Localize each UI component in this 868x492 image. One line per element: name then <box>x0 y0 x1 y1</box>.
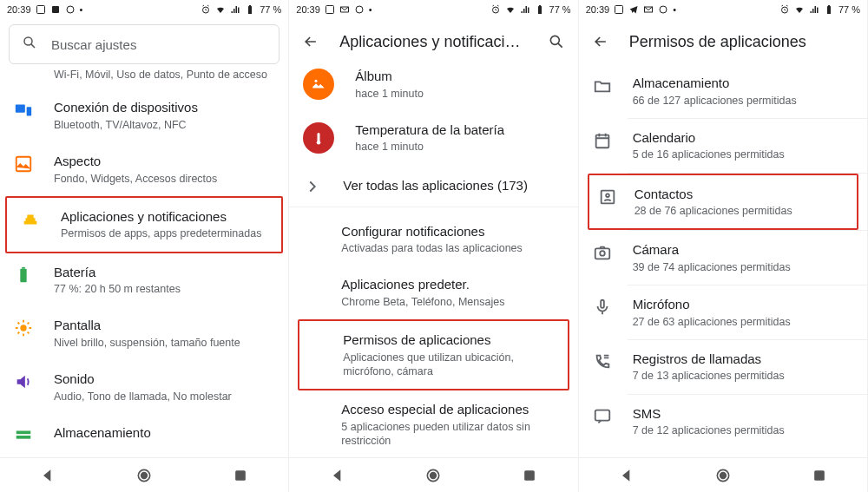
signal-icon <box>230 4 240 15</box>
signal-icon <box>809 4 819 15</box>
nav-recents[interactable] <box>520 466 539 485</box>
page-title: Permisos de aplicaciones <box>629 33 855 51</box>
perm-contactos[interactable]: Contactos 28 de 76 aplicaciones permitid… <box>589 175 857 229</box>
setting-aplicaciones-notificaciones[interactable]: Aplicaciones y notificaciones Permisos d… <box>7 198 281 252</box>
see-all-apps[interactable]: Ver todas las aplicaciones (173) <box>289 165 577 207</box>
perm-calendario[interactable]: Calendario 5 de 16 aplicaciones permitid… <box>579 119 867 173</box>
svg-line-25 <box>558 43 562 48</box>
perm-sms[interactable]: SMS 7 de 12 aplicaciones permitidas <box>579 395 867 449</box>
svg-point-30 <box>431 472 437 478</box>
setting-title: Conexión de dispositivos <box>54 99 274 116</box>
svg-point-2 <box>67 6 74 13</box>
search-icon <box>22 35 37 54</box>
back-button[interactable] <box>301 32 320 51</box>
nav-home[interactable] <box>135 466 154 485</box>
svg-rect-43 <box>601 300 604 308</box>
battery-icon <box>824 4 834 15</box>
nav-home[interactable] <box>424 466 443 485</box>
svg-rect-10 <box>16 157 31 172</box>
perm-sub: 7 de 12 aplicaciones permitidas <box>633 423 853 437</box>
perm-sub: 28 de 76 aplicaciones permitidas <box>635 204 843 218</box>
setting-sub: Bluetooth, TV/Altavoz, NFC <box>54 118 274 132</box>
svg-rect-19 <box>326 6 333 14</box>
row-title: Aplicaciones predeter. <box>341 276 563 293</box>
perm-registros-llamadas[interactable]: Registros de llamadas 7 de 13 aplicacion… <box>579 340 867 394</box>
perm-sub: 27 de 63 aplicaciones permitidas <box>633 315 853 329</box>
screen-settings: 20:39 • 77 % Buscar ajustes Wi-Fi, Móvil… <box>0 0 289 492</box>
svg-line-7 <box>31 44 35 48</box>
signal-icon <box>520 4 530 15</box>
nav-recents[interactable] <box>231 466 250 485</box>
alarm-icon <box>779 4 790 15</box>
search-button[interactable] <box>547 32 566 51</box>
setting-sonido[interactable]: Sonido Audio, Tono de llamada, No molest… <box>0 360 288 414</box>
row-acceso-especial[interactable]: Acceso especial de aplicaciones 5 aplica… <box>289 390 577 457</box>
svg-rect-38 <box>595 134 608 148</box>
row-aplicaciones-predeter[interactable]: Aplicaciones predeter. Chrome Beta, Telé… <box>289 266 577 319</box>
prev-item-subtitle: Wi-Fi, Móvil, Uso de datos, Punto de acc… <box>0 68 288 89</box>
battery-text: 77 % <box>838 4 860 15</box>
row-sub: 5 aplicaciones pueden utilizar datos sin… <box>341 420 563 449</box>
more-notif-dot: • <box>80 4 83 15</box>
setting-title: Aspecto <box>54 153 274 170</box>
setting-sub: 77 %: 20 h 50 m restantes <box>54 282 274 296</box>
nav-bar <box>289 457 577 492</box>
row-sub: Aplicaciones que utilizan ubicación, mic… <box>343 351 553 379</box>
setting-sub: Permisos de apps, apps predeterminadas <box>61 226 267 240</box>
battery-text: 77 % <box>549 4 571 15</box>
svg-rect-8 <box>16 105 25 113</box>
wifi-icon <box>794 4 805 15</box>
nav-back[interactable] <box>617 466 636 485</box>
back-button[interactable] <box>591 32 610 51</box>
settings-list: Wi-Fi, Móvil, Uso de datos, Punto de acc… <box>0 68 288 457</box>
svg-rect-31 <box>524 470 535 481</box>
row-configurar-notificaciones[interactable]: Configurar notificaciones Activadas para… <box>289 213 577 266</box>
setting-title: Sonido <box>54 371 274 388</box>
perm-microfono[interactable]: Micrófono 27 de 63 aplicaciones permitid… <box>579 285 867 339</box>
perm-camara[interactable]: Cámara 39 de 74 aplicaciones permitidas <box>579 231 867 285</box>
perm-title: Almacenamiento <box>633 75 853 92</box>
search-settings[interactable]: Buscar ajustes <box>9 24 279 64</box>
setting-almacenamiento[interactable]: Almacenamiento <box>0 414 288 445</box>
nav-back[interactable] <box>38 466 57 485</box>
storage-icon <box>14 426 33 445</box>
setting-bateria[interactable]: Batería 77 %: 20 h 50 m restantes <box>0 253 288 307</box>
circle-icon <box>65 4 76 15</box>
svg-point-6 <box>24 37 32 45</box>
perm-title: SMS <box>633 405 853 423</box>
svg-point-17 <box>141 472 148 478</box>
app-name: Temperatura de la batería <box>355 121 563 139</box>
svg-rect-0 <box>36 6 44 14</box>
setting-pantalla[interactable]: Pantalla Nivel brillo, suspensión, tamañ… <box>0 306 288 360</box>
app-bar: Aplicaciones y notificaci… <box>289 19 577 64</box>
nav-recents[interactable] <box>810 466 829 485</box>
row-permisos-aplicaciones[interactable]: Permisos de aplicaciones Aplicaciones qu… <box>299 321 567 389</box>
svg-point-40 <box>606 194 609 197</box>
more-notif-dot: • <box>673 4 676 15</box>
perm-sub: 7 de 13 aplicaciones permitidas <box>633 369 853 383</box>
recent-app-album[interactable]: Álbum hace 1 minuto <box>289 64 577 111</box>
svg-rect-15 <box>16 436 31 439</box>
display-icon <box>14 318 33 338</box>
svg-rect-5 <box>249 5 251 6</box>
devices-icon <box>14 101 33 120</box>
chevron-right-icon <box>303 177 322 196</box>
app-time: hace 1 minuto <box>355 87 563 101</box>
perm-almacenamiento[interactable]: Almacenamiento 66 de 127 aplicaciones pe… <box>579 64 867 118</box>
setting-conexion-dispositivos[interactable]: Conexión de dispositivos Bluetooth, TV/A… <box>0 89 288 142</box>
status-bar: 20:39 • 77 % <box>0 0 288 19</box>
nav-home[interactable] <box>713 466 733 485</box>
setting-aspecto[interactable]: Aspecto Fondo, Widgets, Accesos directos <box>0 142 288 196</box>
svg-rect-32 <box>615 6 623 14</box>
nav-back[interactable] <box>328 466 347 485</box>
wallpaper-icon <box>14 154 33 174</box>
perm-title: Contactos <box>635 186 843 203</box>
recent-app-temp-bateria[interactable]: Temperatura de la batería hace 1 minuto <box>289 111 577 165</box>
more-notif-dot: • <box>369 4 372 15</box>
perm-sub: 5 de 16 aplicaciones permitidas <box>633 148 853 161</box>
svg-rect-4 <box>248 6 252 14</box>
battery-temp-app-icon <box>303 122 334 154</box>
perm-title: Calendario <box>633 129 853 147</box>
folder-icon <box>593 76 612 95</box>
album-app-icon <box>303 69 334 100</box>
